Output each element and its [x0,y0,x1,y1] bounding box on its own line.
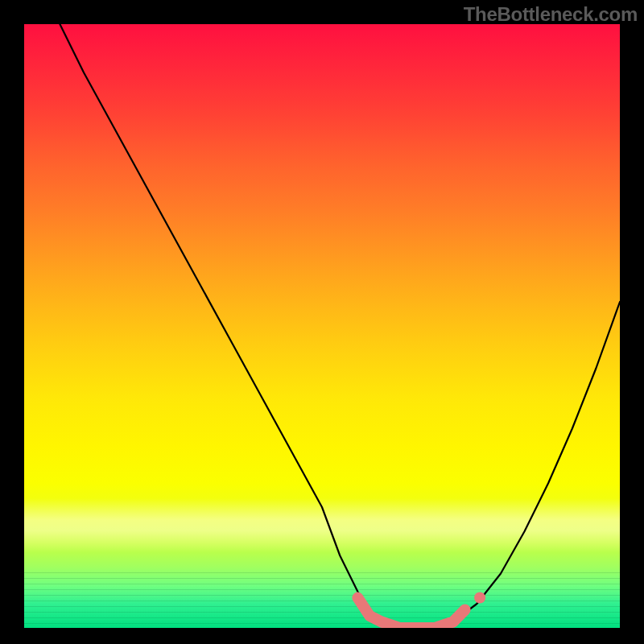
valley-highlight-dot [474,592,485,604]
valley-highlight [357,598,464,629]
watermark-text: TheBottleneck.com [464,3,638,26]
bottleneck-curve [60,24,620,628]
chart-frame: TheBottleneck.com [0,0,644,644]
plot-area [24,24,620,628]
curves-svg [24,24,620,628]
